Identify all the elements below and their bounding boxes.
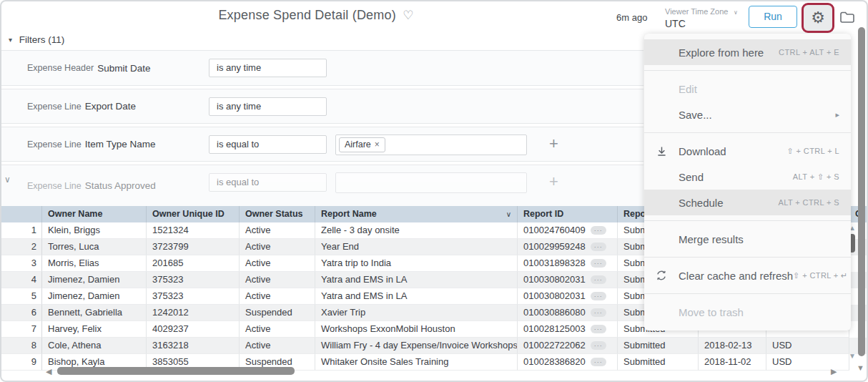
table-cell[interactable]: Whitaker Onsite Sales Training [315, 354, 518, 371]
filter-operator-select[interactable]: is any time [209, 97, 327, 116]
table-cell[interactable]: 010022722062··· [518, 338, 618, 354]
table-cell[interactable]: 375323 [147, 288, 240, 305]
explore-window: Expense Spend Detail (Demo) ♡ 6m ago Vie… [0, 0, 868, 382]
menu-item-clear-cache-and-refresh[interactable]: Clear cache and refresh⇧ + CTRL + ↵ [644, 263, 851, 288]
run-button[interactable]: Run [749, 6, 797, 28]
table-cell[interactable]: Torres, Luca [42, 239, 147, 255]
cell-ellipsis-menu-icon[interactable]: ··· [591, 325, 606, 333]
table-cell[interactable]: 2018-02-13 [699, 338, 766, 354]
table-cell[interactable]: Bennett, Gabriella [42, 305, 147, 321]
favorite-heart-icon[interactable]: ♡ [403, 9, 413, 22]
filter-row-status-approved: Expense Line Status Approved is equal to… [1, 165, 643, 206]
filter-operator-select[interactable]: is any time [209, 59, 327, 77]
table-cell[interactable]: Active [240, 321, 315, 338]
table-cell[interactable]: William Fry - 4 day Expense/Invoice Work… [315, 338, 518, 354]
table-cell[interactable]: USD [766, 354, 849, 371]
filters-scroll-chevron-icon[interactable]: ∨ [4, 175, 11, 185]
table-cell[interactable]: 010028125003··· [518, 321, 618, 338]
menu-item-send[interactable]: SendALT + ⇧ + S [644, 164, 851, 190]
table-cell[interactable]: 010029959248··· [518, 239, 618, 255]
remove-chip-icon[interactable]: × [375, 139, 380, 150]
cell-ellipsis-menu-icon[interactable]: ··· [591, 308, 606, 317]
column-header[interactable]: Report Name∨ [315, 206, 518, 222]
cell-ellipsis-menu-icon[interactable]: ··· [591, 341, 606, 350]
filter-operator-select[interactable]: is equal to [209, 135, 327, 154]
table-cell[interactable]: 1521324 [147, 222, 240, 239]
table-cell[interactable]: 010024760409··· [518, 222, 618, 239]
table-cell[interactable]: 010031898328··· [518, 255, 618, 272]
cell-ellipsis-menu-icon[interactable]: ··· [591, 358, 606, 366]
column-header[interactable]: Owner Status [240, 206, 315, 222]
table-scroll-right-arrow-icon[interactable]: ▶ [831, 367, 837, 376]
cell-ellipsis-menu-icon[interactable]: ··· [591, 243, 606, 251]
table-cell[interactable]: Morris, Elias [42, 255, 147, 272]
table-cell[interactable]: Cole, Athena [42, 338, 147, 354]
table-cell[interactable]: 010030802031··· [518, 288, 618, 305]
table-cell[interactable]: Submitted [618, 338, 699, 354]
menu-item-schedule[interactable]: ScheduleALT + CTRL + S [644, 190, 851, 215]
table-cell[interactable]: 375323 [147, 272, 240, 288]
table-cell[interactable]: Active [240, 255, 315, 272]
table-cell[interactable]: Year End [315, 239, 518, 255]
add-filter-value-button[interactable]: + [549, 136, 558, 152]
cell-ellipsis-menu-icon[interactable]: ··· [591, 259, 606, 268]
table-cell[interactable]: Suspended [240, 305, 315, 321]
refresh-icon [644, 269, 679, 282]
menu-item-download[interactable]: Download⇧ + CTRL + L [644, 138, 851, 164]
cell-ellipsis-menu-icon[interactable]: ··· [591, 226, 606, 235]
menu-item-explore-from-here[interactable]: Explore from hereCTRL + ALT + E [644, 39, 851, 65]
table-cell[interactable]: 2018-11-02 [699, 354, 766, 371]
table-scroll-down-arrow-icon[interactable]: ▼ [849, 352, 856, 360]
chevron-down-icon: ∨ [734, 9, 738, 16]
add-filter-value-button[interactable]: + [549, 174, 558, 190]
gear-icon[interactable]: ⚙ [804, 5, 832, 31]
table-cell[interactable]: Xavier Trip [315, 305, 518, 321]
menu-item-merge-results[interactable]: Merge results [644, 226, 851, 252]
table-cell[interactable]: Active [240, 288, 315, 305]
table-cell[interactable]: 1242012 [147, 305, 240, 321]
menu-item-shortcut: ⇧ + CTRL + L [786, 147, 851, 156]
table-scroll-left-arrow-icon[interactable]: ◀ [46, 367, 51, 376]
page-scroll-down-arrow-icon[interactable]: ▼ [857, 363, 864, 372]
cell-ellipsis-menu-icon[interactable]: ··· [591, 275, 606, 284]
filters-title: Filters (11) [19, 34, 65, 45]
timezone-selector[interactable]: Viewer Time Zone ∨ UTC [665, 4, 738, 29]
table-cell[interactable]: USD [766, 338, 849, 354]
column-header[interactable]: Report ID [518, 206, 618, 222]
table-cell[interactable]: Active [240, 239, 315, 255]
table-cell[interactable]: Zelle - 3 day onsite [315, 222, 518, 239]
cell-ellipsis-menu-icon[interactable]: ··· [591, 292, 606, 300]
table-cell[interactable]: 010028386820··· [518, 354, 618, 371]
table-cell[interactable]: Jimenez, Damien [42, 288, 147, 305]
download-icon [644, 145, 679, 157]
table-cell[interactable]: 010030802031··· [518, 272, 618, 288]
table-horizontal-scrollbar[interactable] [57, 367, 295, 375]
folder-icon[interactable] [839, 10, 855, 24]
filter-value-input[interactable]: Airfare× [335, 134, 527, 155]
filters-section-toggle[interactable]: ▾ Filters (11) [9, 34, 64, 45]
table-cell[interactable]: Yatra and EMS in LA [315, 288, 518, 305]
table-cell[interactable]: Workshops ExxonMobil Houston [315, 321, 518, 338]
table-cell[interactable]: Active [240, 222, 315, 239]
table-cell[interactable]: 201685 [147, 255, 240, 272]
menu-divider [644, 293, 851, 294]
table-cell[interactable]: Active [240, 272, 315, 288]
table-cell[interactable]: Harvey, Felix [42, 321, 147, 338]
page-vertical-scrollbar[interactable] [858, 27, 865, 356]
table-cell[interactable]: Klein, Briggs [42, 222, 147, 239]
table-cell[interactable]: 3163218 [147, 338, 240, 354]
table-cell[interactable]: 010030886080··· [518, 305, 618, 321]
table-cell[interactable]: 3723799 [147, 239, 240, 255]
table-cell[interactable]: Submitted [618, 354, 699, 371]
filter-operator-select[interactable]: is equal to [209, 173, 327, 192]
menu-item-save[interactable]: Save...▸ [644, 102, 851, 127]
table-cell[interactable]: Jimenez, Damien [42, 272, 147, 288]
table-cell[interactable]: Yatra and EMS in LA [315, 272, 518, 288]
table-cell[interactable]: Yatra trip to India [315, 255, 518, 272]
column-header[interactable]: Owner Unique ID [147, 206, 240, 222]
table-cell[interactable]: Active [240, 338, 315, 354]
filter-value-input[interactable] [335, 172, 527, 193]
table-cell[interactable]: 4029237 [147, 321, 240, 338]
table-row: 8Cole, Athena3163218ActiveWilliam Fry - … [1, 338, 868, 354]
column-header[interactable]: Owner Name [42, 206, 147, 222]
